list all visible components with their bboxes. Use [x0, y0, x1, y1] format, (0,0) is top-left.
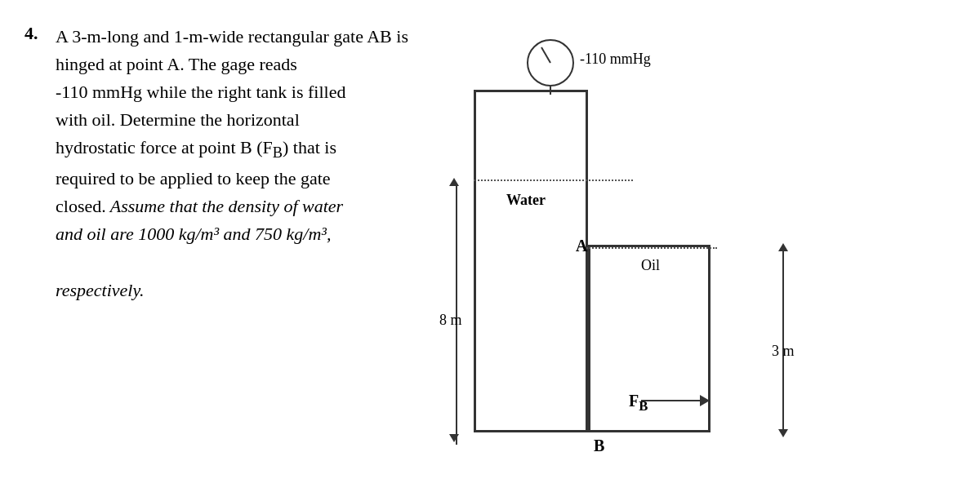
oil-label: Oil	[641, 257, 660, 274]
problem-text: A 3-m-long and 1-m-wide rectangular gate…	[56, 23, 456, 304]
text-line5: required to be applied to keep the gate	[56, 168, 331, 188]
3m-dim-line	[782, 251, 784, 431]
text-line6: closed.	[56, 196, 106, 216]
problem-number: 4.	[24, 23, 38, 44]
left-water-tank	[474, 90, 588, 432]
text-line7: and oil are 1000 kg/m³ and 750 kg/m³,	[56, 224, 331, 244]
fb-arrow-head	[700, 395, 710, 406]
sub-b: B	[273, 145, 283, 162]
3m-arrow-top	[778, 243, 788, 251]
gauge-label: -110 mmHg	[580, 51, 651, 68]
text-line2: -110 mmHg while the right tank is filled	[56, 82, 345, 102]
text-line4b: ) that is	[283, 137, 336, 157]
label-fb: FB	[629, 392, 648, 414]
water-surface-line	[474, 180, 633, 181]
text-line6b: Assume that the density of water	[106, 196, 343, 216]
gauge-circle	[527, 39, 574, 86]
label-b: B	[594, 437, 604, 455]
text-line8: respectively.	[56, 280, 145, 300]
text-line1: A 3-m-long and 1-m-wide rectangular gate…	[56, 26, 408, 74]
3m-arrow-bottom	[778, 429, 788, 437]
gauge-needle	[541, 47, 551, 63]
8m-arrow-bottom	[449, 434, 459, 442]
text-line4: hydrostatic force at point B (F	[56, 137, 273, 157]
water-label: Water	[506, 192, 546, 209]
text-line3: with oil. Determine the horizontal	[56, 109, 300, 130]
label-a: A	[576, 237, 587, 255]
diagram: -110 mmHg Water A Oil B FB 8 m	[400, 24, 956, 473]
page-container: 4. A 3-m-long and 1-m-wide rectangular g…	[0, 0, 980, 492]
3m-label: 3 m	[772, 343, 795, 360]
8m-label: 8 m	[439, 312, 462, 329]
fb-arrow-line	[641, 400, 706, 401]
hinge-level-line	[586, 247, 717, 249]
